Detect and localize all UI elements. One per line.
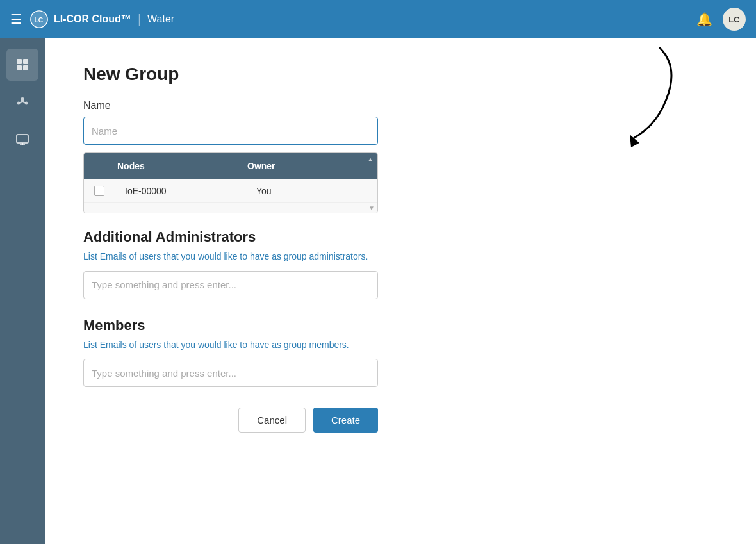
nodes-table-header: Nodes Owner ▲ xyxy=(84,153,377,179)
node-id: IoE-00000 xyxy=(115,179,246,202)
modal-appbar: ☰ LC LI-COR Cloud™ | Water 🔔 LC xyxy=(0,0,756,38)
modal-dashboard-icon xyxy=(15,57,30,72)
svg-rect-19 xyxy=(23,65,28,70)
modal-workspace: Water xyxy=(147,13,174,25)
nodes-col-nodes: Nodes xyxy=(107,153,237,179)
modal-groups-icon xyxy=(15,94,30,110)
svg-point-20 xyxy=(21,97,24,101)
svg-text:LC: LC xyxy=(35,17,44,24)
modal-devices-icon xyxy=(15,131,30,147)
modal-hamburger-icon[interactable]: ☰ xyxy=(10,12,22,27)
new-group-title: New Group xyxy=(83,64,718,85)
new-group-panel: New Group Name Nodes Owner ▲ IoE-00000 Y… xyxy=(45,38,756,544)
nodes-table: Nodes Owner ▲ IoE-00000 You ▼ xyxy=(83,152,378,213)
modal-sidebar-item-groups[interactable] xyxy=(6,86,38,118)
additional-admins-desc: List Emails of users that you would like… xyxy=(83,251,718,263)
svg-rect-17 xyxy=(23,59,28,64)
svg-rect-16 xyxy=(17,59,22,64)
node-checkbox[interactable] xyxy=(94,186,104,196)
members-title: Members xyxy=(83,317,718,334)
modal-bell-icon[interactable]: 🔔 xyxy=(696,12,712,27)
svg-rect-25 xyxy=(17,135,28,143)
modal-avatar[interactable]: LC xyxy=(723,8,746,31)
node-owner: You xyxy=(246,179,377,202)
additional-admins-title: Additional Administrators xyxy=(83,229,718,245)
form-actions: Cancel Create xyxy=(83,408,378,433)
modal-sidebar xyxy=(0,38,45,544)
name-label: Name xyxy=(83,100,718,111)
modal-licor-logo-icon: LC xyxy=(29,10,49,29)
scroll-down-icon[interactable]: ▼ xyxy=(368,204,375,211)
nodes-scroll-area: IoE-00000 You xyxy=(84,179,377,202)
svg-rect-18 xyxy=(17,65,22,70)
members-desc: List Emails of users that you would like… xyxy=(83,339,718,352)
admins-input[interactable] xyxy=(83,271,378,299)
scroll-up-icon[interactable]: ▲ xyxy=(367,156,377,163)
nodes-col-owner: Owner xyxy=(237,153,367,179)
nodes-row: IoE-00000 You xyxy=(84,179,377,202)
create-button[interactable]: Create xyxy=(313,408,378,433)
modal-sidebar-item-devices[interactable] xyxy=(6,123,38,155)
name-input[interactable] xyxy=(83,117,378,145)
modal-app-title: LI-COR Cloud™ xyxy=(54,13,131,25)
members-input[interactable] xyxy=(83,359,378,387)
modal-sidebar-item-dashboard[interactable] xyxy=(6,49,38,81)
cancel-button[interactable]: Cancel xyxy=(238,408,306,433)
modal-logo-area: LC LI-COR Cloud™ xyxy=(29,10,131,29)
modal-divider: | xyxy=(138,12,141,27)
